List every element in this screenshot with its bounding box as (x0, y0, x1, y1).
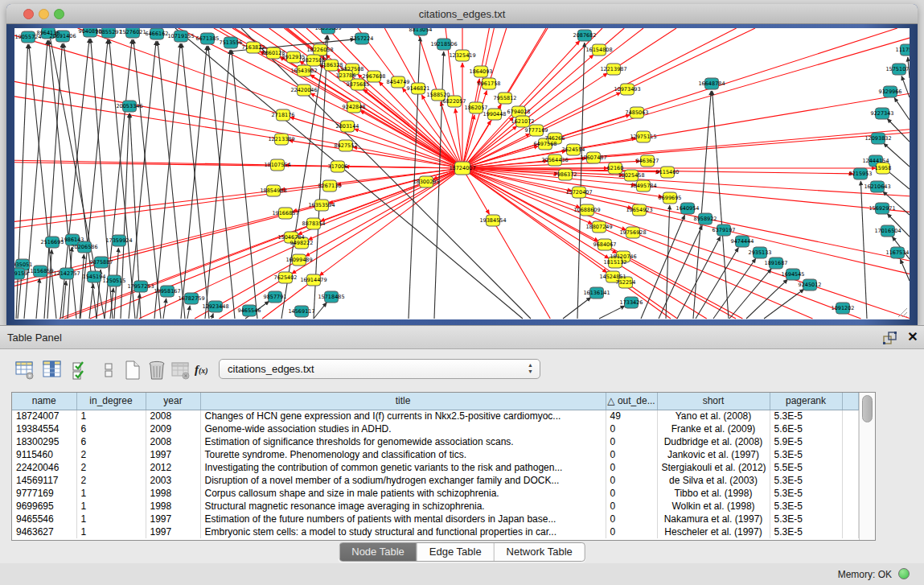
cell[interactable]: Genome-wide association studies in ADHD. (200, 422, 606, 435)
tab-node-table[interactable]: Node Table (339, 543, 417, 561)
new-file-icon[interactable] (122, 360, 143, 381)
function-icon[interactable]: f(x) (195, 363, 208, 384)
select-spinner-icon[interactable]: ▲▼ (528, 362, 533, 375)
network-select[interactable]: citations_edges.txt ▲▼ (219, 359, 540, 379)
cell[interactable]: Tibbo et al. (1998) (657, 487, 770, 500)
cell[interactable]: 5.3E-5 (770, 410, 842, 422)
cell[interactable]: Hescheler et al. (1997) (657, 525, 770, 538)
table-scrollbar[interactable] (859, 393, 875, 540)
cell[interactable]: Yano et al. (2008) (657, 410, 770, 422)
cell[interactable]: 9465546 (12, 513, 76, 525)
table-row[interactable]: 946554611997Estimation of the future num… (12, 513, 859, 525)
table-row[interactable]: 1456911722003Disruption of a novel membe… (12, 474, 859, 487)
cell[interactable]: 5.6E-5 (770, 422, 842, 435)
table-settings-icon[interactable] (14, 360, 35, 381)
cell[interactable]: 49 (606, 410, 657, 422)
resize-handle-icon[interactable] (895, 305, 908, 318)
cell[interactable]: 0 (606, 422, 657, 435)
cell[interactable]: Dudbridge et al. (2008) (657, 435, 770, 448)
tab-edge-table[interactable]: Edge Table (417, 543, 495, 561)
cell[interactable]: 5.3E-5 (770, 448, 842, 461)
cell[interactable]: 9699695 (12, 500, 76, 513)
cell[interactable]: 18300295 (12, 435, 76, 448)
cell[interactable]: 0 (606, 525, 657, 538)
cell[interactable]: Changes of HCN gene expression and I(f) … (200, 410, 606, 422)
cell[interactable]: Stergiakouli et al. (2012) (657, 461, 770, 474)
cell[interactable]: 1 (76, 525, 146, 538)
table-row[interactable]: 1872400712008Changes of HCN gene express… (12, 410, 859, 422)
cell[interactable]: Tourette syndrome. Phenomenology and cla… (200, 448, 606, 461)
cell[interactable]: 2 (76, 461, 146, 474)
cell[interactable]: Disruption of a novel member of a sodium… (200, 474, 606, 487)
column-header-year[interactable]: year (146, 393, 200, 410)
cell[interactable]: 1997 (146, 448, 200, 461)
column-header-out_de[interactable]: △ out_de... (606, 393, 657, 410)
cell[interactable]: Investigating the contribution of common… (200, 461, 606, 474)
cell[interactable]: 1 (76, 500, 146, 513)
table-row[interactable]: 1938455462009Genome-wide association stu… (12, 422, 859, 435)
cell[interactable]: 0 (606, 448, 657, 461)
cell[interactable]: 2008 (146, 435, 200, 448)
close-panel-icon[interactable]: ✕ (906, 329, 920, 345)
table-row[interactable]: 946362711997Embryonic stem cells: a mode… (12, 525, 859, 538)
table-row[interactable]: 911546021997Tourette syndrome. Phenomeno… (12, 448, 859, 461)
column-header-short[interactable]: short (657, 393, 770, 410)
cell[interactable]: 1997 (146, 513, 200, 525)
cell[interactable]: 1 (76, 487, 146, 500)
cell[interactable]: 0 (606, 513, 657, 525)
cell[interactable]: Jankovic et al. (1997) (657, 448, 770, 461)
cell[interactable]: de Silva et al. (2003) (657, 474, 770, 487)
cell[interactable]: 2009 (146, 422, 200, 435)
cell[interactable]: 0 (606, 435, 657, 448)
cell[interactable]: 5.3E-5 (770, 500, 842, 513)
column-chooser-icon[interactable] (42, 360, 63, 381)
cell[interactable]: Corpus callosum shape and size in male p… (200, 487, 606, 500)
delete-icon[interactable] (146, 360, 167, 381)
network-canvas[interactable]: 1905572489641362069140690408981085529715… (14, 28, 910, 319)
cell[interactable]: 22420046 (12, 461, 76, 474)
cell[interactable]: Franke et al. (2009) (657, 422, 770, 435)
cell[interactable]: 18724007 (12, 410, 76, 422)
table-row[interactable]: 1830029562008Estimation of significance … (12, 435, 859, 448)
cell[interactable]: Wolkin et al. (1998) (657, 500, 770, 513)
cell[interactable]: 1 (76, 410, 146, 422)
tab-network-table[interactable]: Network Table (495, 543, 585, 561)
node-table-grid[interactable]: namein_degreeyeartitle△ out_de...shortpa… (12, 393, 859, 538)
table-scrollbar-thumb[interactable] (862, 395, 873, 422)
cell[interactable]: 9463627 (12, 525, 76, 538)
cell[interactable]: 2 (76, 474, 146, 487)
cell[interactable]: 6 (76, 435, 146, 448)
row-check-icon[interactable] (71, 360, 92, 381)
cell[interactable]: 5.9E-5 (770, 435, 842, 448)
cell[interactable]: 5.3E-5 (770, 513, 842, 525)
column-header-pagerank[interactable]: pagerank (770, 393, 842, 410)
cell[interactable]: Embryonic stem cells: a model to study s… (200, 525, 606, 538)
table-row[interactable]: 2242004622012Investigating the contribut… (12, 461, 859, 474)
float-panel-icon[interactable] (882, 331, 898, 345)
cell[interactable]: 6 (76, 422, 146, 435)
cell[interactable]: 9777169 (12, 487, 76, 500)
cell[interactable]: 14569117 (12, 474, 76, 487)
cell[interactable]: 5.3E-5 (770, 487, 842, 500)
cell[interactable]: 1 (76, 513, 146, 525)
cell[interactable]: Estimation of significance thresholds fo… (200, 435, 606, 448)
cell[interactable]: 0 (606, 487, 657, 500)
column-header-in_degree[interactable]: in_degree (76, 393, 146, 410)
cell[interactable]: 2012 (146, 461, 200, 474)
cell[interactable]: 0 (606, 474, 657, 487)
cell[interactable]: Estimation of the future numbers of pati… (200, 513, 606, 525)
cell[interactable]: 19384554 (12, 422, 76, 435)
cell[interactable]: 5.3E-5 (770, 474, 842, 487)
cell[interactable]: 5.5E-5 (770, 461, 842, 474)
cell[interactable]: 2008 (146, 410, 200, 422)
cell[interactable]: 0 (606, 461, 657, 474)
cell[interactable]: 1998 (146, 500, 200, 513)
citation-network-graph[interactable]: 1905572489641362069140690408981085529715… (14, 28, 910, 319)
cell[interactable]: 1998 (146, 487, 200, 500)
cell[interactable]: Nakamura et al. (1997) (657, 513, 770, 525)
rows-icon[interactable] (98, 360, 119, 381)
window-titlebar[interactable]: citations_edges.txt (6, 4, 918, 24)
column-header-title[interactable]: title (200, 393, 606, 410)
cell[interactable]: 9115460 (12, 448, 76, 461)
cell[interactable]: 2003 (146, 474, 200, 487)
